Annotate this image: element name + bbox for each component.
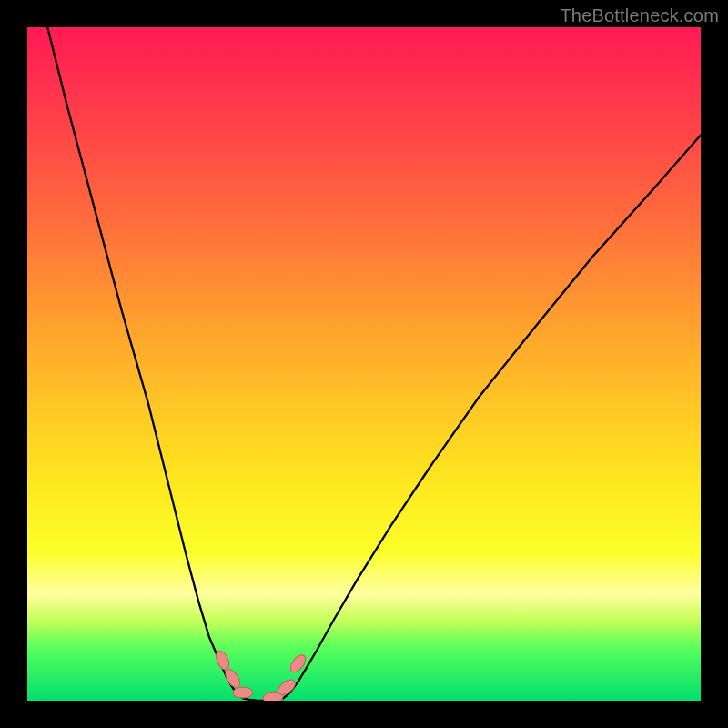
marker-group [214, 649, 308, 701]
chart-plot-area [27, 27, 701, 701]
bottleneck-curve [47, 27, 701, 701]
chart-svg [27, 27, 701, 701]
curve-group [47, 27, 701, 701]
marker-3 [233, 687, 253, 698]
watermark-text: TheBottleneck.com [560, 5, 719, 26]
chart-frame: TheBottleneck.com [0, 0, 728, 728]
marker-2 [223, 667, 243, 690]
